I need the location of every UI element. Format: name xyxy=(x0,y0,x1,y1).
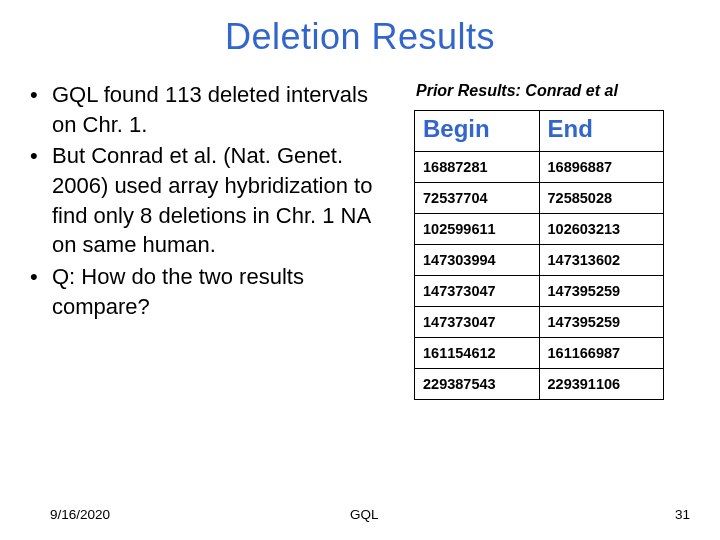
cell-end: 72585028 xyxy=(539,183,664,214)
cell-end: 147395259 xyxy=(539,307,664,338)
table-row: 147303994147313602 xyxy=(415,245,664,276)
table-header-row: Begin End xyxy=(415,111,664,152)
cell-begin: 147303994 xyxy=(415,245,540,276)
cell-begin: 147373047 xyxy=(415,307,540,338)
table-column: Prior Results: Conrad et al Begin End 16… xyxy=(390,80,690,400)
footer-date: 9/16/2020 xyxy=(50,507,330,522)
cell-begin: 161154612 xyxy=(415,338,540,369)
bullet-dot: • xyxy=(30,80,52,139)
bullet-text: GQL found 113 deleted intervals on Chr. … xyxy=(52,80,378,139)
cell-end: 102603213 xyxy=(539,214,664,245)
table-row: 1688728116896887 xyxy=(415,152,664,183)
bullet-text: But Conrad et al. (Nat. Genet. 2006) use… xyxy=(52,141,378,260)
list-item: • GQL found 113 deleted intervals on Chr… xyxy=(30,80,378,139)
slide-title: Deletion Results xyxy=(30,16,690,58)
slide-body: • GQL found 113 deleted intervals on Chr… xyxy=(30,80,690,400)
cell-begin: 147373047 xyxy=(415,276,540,307)
table-row: 102599611102603213 xyxy=(415,214,664,245)
cell-begin: 229387543 xyxy=(415,369,540,400)
col-header-end: End xyxy=(539,111,664,152)
bullet-text: Q: How do the two results compare? xyxy=(52,262,378,321)
table-row: 229387543229391106 xyxy=(415,369,664,400)
cell-begin: 102599611 xyxy=(415,214,540,245)
list-item: • Q: How do the two results compare? xyxy=(30,262,378,321)
bullet-column: • GQL found 113 deleted intervals on Chr… xyxy=(30,80,390,400)
footer-center: GQL xyxy=(330,507,630,522)
footer-page-number: 31 xyxy=(630,507,690,522)
bullet-dot: • xyxy=(30,262,52,321)
col-header-begin: Begin xyxy=(415,111,540,152)
cell-end: 16896887 xyxy=(539,152,664,183)
list-item: • But Conrad et al. (Nat. Genet. 2006) u… xyxy=(30,141,378,260)
cell-end: 229391106 xyxy=(539,369,664,400)
table-row: 7253770472585028 xyxy=(415,183,664,214)
cell-end: 147313602 xyxy=(539,245,664,276)
table-row: 147373047147395259 xyxy=(415,307,664,338)
cell-begin: 16887281 xyxy=(415,152,540,183)
cell-begin: 72537704 xyxy=(415,183,540,214)
table-row: 147373047147395259 xyxy=(415,276,664,307)
slide-footer: 9/16/2020 GQL 31 xyxy=(0,507,720,522)
bullet-list: • GQL found 113 deleted intervals on Chr… xyxy=(30,80,378,322)
cell-end: 161166987 xyxy=(539,338,664,369)
cell-end: 147395259 xyxy=(539,276,664,307)
results-table: Begin End 1688728116896887 7253770472585… xyxy=(414,110,664,400)
bullet-dot: • xyxy=(30,141,52,260)
slide: Deletion Results • GQL found 113 deleted… xyxy=(0,0,720,540)
prior-results-label: Prior Results: Conrad et al xyxy=(416,82,690,100)
table-row: 161154612161166987 xyxy=(415,338,664,369)
